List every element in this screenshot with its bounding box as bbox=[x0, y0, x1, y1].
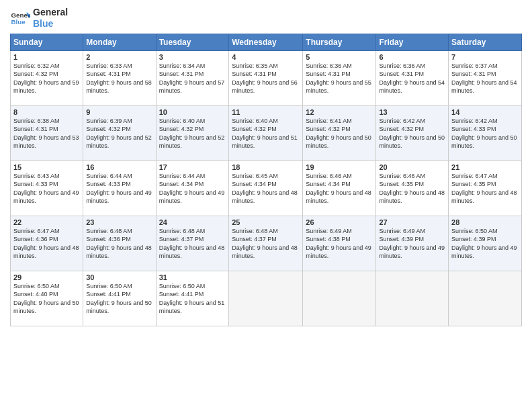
day-number: 27 bbox=[379, 218, 445, 226]
day-number: 12 bbox=[306, 108, 373, 116]
day-number: 8 bbox=[13, 108, 80, 116]
day-info: Sunrise: 6:42 AMSunset: 4:32 PMDaylight:… bbox=[379, 117, 445, 150]
day-number: 22 bbox=[13, 218, 80, 226]
day-number: 15 bbox=[13, 163, 80, 171]
day-number: 5 bbox=[306, 53, 373, 61]
calendar-cell: 27Sunrise: 6:49 AMSunset: 4:39 PMDayligh… bbox=[376, 216, 449, 271]
svg-text:Blue: Blue bbox=[11, 18, 26, 26]
day-info: Sunrise: 6:44 AMSunset: 4:33 PMDaylight:… bbox=[86, 172, 152, 205]
weekday-header-sunday: Sunday bbox=[11, 34, 83, 50]
calendar-cell: 31Sunrise: 6:50 AMSunset: 4:41 PMDayligh… bbox=[156, 271, 229, 326]
day-info: Sunrise: 6:46 AMSunset: 4:35 PMDaylight:… bbox=[379, 172, 445, 205]
day-info: Sunrise: 6:37 AMSunset: 4:31 PMDaylight:… bbox=[451, 62, 519, 95]
weekday-header-thursday: Thursday bbox=[303, 34, 376, 50]
day-info: Sunrise: 6:43 AMSunset: 4:33 PMDaylight:… bbox=[13, 172, 80, 205]
day-number: 16 bbox=[86, 163, 152, 171]
header: General Blue General Blue bbox=[10, 7, 522, 30]
day-info: Sunrise: 6:34 AMSunset: 4:31 PMDaylight:… bbox=[159, 62, 226, 95]
day-info: Sunrise: 6:44 AMSunset: 4:34 PMDaylight:… bbox=[159, 172, 226, 205]
day-number: 13 bbox=[379, 108, 445, 116]
calendar-week-1: 1Sunrise: 6:32 AMSunset: 4:32 PMDaylight… bbox=[11, 50, 522, 105]
day-number: 18 bbox=[232, 163, 300, 171]
day-info: Sunrise: 6:48 AMSunset: 4:37 PMDaylight:… bbox=[232, 227, 300, 261]
weekday-header-saturday: Saturday bbox=[449, 34, 522, 50]
weekday-header-row: SundayMondayTuesdayWednesdayThursdayFrid… bbox=[11, 34, 522, 50]
day-number: 1 bbox=[13, 53, 80, 61]
day-number: 24 bbox=[159, 218, 226, 226]
weekday-header-monday: Monday bbox=[83, 34, 156, 50]
calendar-cell: 17Sunrise: 6:44 AMSunset: 4:34 PMDayligh… bbox=[156, 161, 229, 216]
day-number: 17 bbox=[159, 163, 226, 171]
day-number: 23 bbox=[86, 218, 152, 226]
logo-icon: General Blue bbox=[10, 8, 30, 28]
calendar-cell: 24Sunrise: 6:48 AMSunset: 4:37 PMDayligh… bbox=[156, 216, 229, 271]
weekday-header-friday: Friday bbox=[376, 34, 449, 50]
page: General Blue General Blue SundayMondayTu… bbox=[0, 0, 532, 411]
calendar-cell: 11Sunrise: 6:40 AMSunset: 4:32 PMDayligh… bbox=[229, 105, 303, 161]
weekday-header-wednesday: Wednesday bbox=[229, 34, 303, 50]
day-info: Sunrise: 6:49 AMSunset: 4:39 PMDaylight:… bbox=[379, 227, 445, 261]
day-number: 3 bbox=[159, 53, 226, 61]
calendar-cell: 1Sunrise: 6:32 AMSunset: 4:32 PMDaylight… bbox=[11, 50, 83, 105]
calendar-cell: 23Sunrise: 6:48 AMSunset: 4:36 PMDayligh… bbox=[83, 216, 156, 271]
calendar-week-5: 29Sunrise: 6:50 AMSunset: 4:40 PMDayligh… bbox=[11, 271, 522, 326]
day-number: 20 bbox=[379, 163, 445, 171]
calendar-cell: 6Sunrise: 6:36 AMSunset: 4:31 PMDaylight… bbox=[376, 50, 449, 105]
day-number: 21 bbox=[451, 163, 519, 171]
day-number: 29 bbox=[13, 273, 80, 281]
day-info: Sunrise: 6:47 AMSunset: 4:35 PMDaylight:… bbox=[451, 172, 519, 205]
day-number: 11 bbox=[232, 108, 300, 116]
day-number: 6 bbox=[379, 53, 445, 61]
calendar-cell: 18Sunrise: 6:45 AMSunset: 4:34 PMDayligh… bbox=[229, 161, 303, 216]
day-info: Sunrise: 6:48 AMSunset: 4:36 PMDaylight:… bbox=[86, 227, 152, 261]
day-info: Sunrise: 6:50 AMSunset: 4:39 PMDaylight:… bbox=[451, 227, 519, 261]
day-number: 25 bbox=[232, 218, 300, 226]
calendar-cell: 21Sunrise: 6:47 AMSunset: 4:35 PMDayligh… bbox=[449, 161, 522, 216]
calendar-cell: 9Sunrise: 6:39 AMSunset: 4:32 PMDaylight… bbox=[83, 105, 156, 161]
day-info: Sunrise: 6:49 AMSunset: 4:38 PMDaylight:… bbox=[306, 227, 373, 261]
calendar-cell: 4Sunrise: 6:35 AMSunset: 4:31 PMDaylight… bbox=[229, 50, 303, 105]
calendar-cell: 30Sunrise: 6:50 AMSunset: 4:41 PMDayligh… bbox=[83, 271, 156, 326]
calendar-cell bbox=[229, 271, 303, 326]
calendar-cell: 19Sunrise: 6:46 AMSunset: 4:34 PMDayligh… bbox=[303, 161, 376, 216]
calendar-cell: 15Sunrise: 6:43 AMSunset: 4:33 PMDayligh… bbox=[11, 161, 83, 216]
day-number: 9 bbox=[86, 108, 152, 116]
day-info: Sunrise: 6:50 AMSunset: 4:41 PMDaylight:… bbox=[86, 282, 152, 316]
day-number: 28 bbox=[451, 218, 519, 226]
day-info: Sunrise: 6:47 AMSunset: 4:36 PMDaylight:… bbox=[13, 227, 80, 261]
calendar-week-3: 15Sunrise: 6:43 AMSunset: 4:33 PMDayligh… bbox=[11, 161, 522, 216]
day-info: Sunrise: 6:45 AMSunset: 4:34 PMDaylight:… bbox=[232, 172, 300, 205]
calendar-cell: 22Sunrise: 6:47 AMSunset: 4:36 PMDayligh… bbox=[11, 216, 83, 271]
calendar-cell: 10Sunrise: 6:40 AMSunset: 4:32 PMDayligh… bbox=[156, 105, 229, 161]
day-info: Sunrise: 6:33 AMSunset: 4:31 PMDaylight:… bbox=[86, 62, 152, 95]
calendar-week-4: 22Sunrise: 6:47 AMSunset: 4:36 PMDayligh… bbox=[11, 216, 522, 271]
day-info: Sunrise: 6:46 AMSunset: 4:34 PMDaylight:… bbox=[306, 172, 373, 205]
calendar-cell: 28Sunrise: 6:50 AMSunset: 4:39 PMDayligh… bbox=[449, 216, 522, 271]
day-info: Sunrise: 6:48 AMSunset: 4:37 PMDaylight:… bbox=[159, 227, 226, 261]
day-number: 19 bbox=[306, 163, 373, 171]
day-number: 30 bbox=[86, 273, 152, 281]
weekday-header-tuesday: Tuesday bbox=[156, 34, 229, 50]
day-number: 7 bbox=[451, 53, 519, 61]
logo-text: General Blue bbox=[33, 7, 68, 30]
calendar-cell: 12Sunrise: 6:41 AMSunset: 4:32 PMDayligh… bbox=[303, 105, 376, 161]
calendar-cell: 3Sunrise: 6:34 AMSunset: 4:31 PMDaylight… bbox=[156, 50, 229, 105]
day-number: 4 bbox=[232, 53, 300, 61]
calendar-cell: 7Sunrise: 6:37 AMSunset: 4:31 PMDaylight… bbox=[449, 50, 522, 105]
day-info: Sunrise: 6:35 AMSunset: 4:31 PMDaylight:… bbox=[232, 62, 300, 95]
calendar-cell: 8Sunrise: 6:38 AMSunset: 4:31 PMDaylight… bbox=[11, 105, 83, 161]
calendar-cell: 25Sunrise: 6:48 AMSunset: 4:37 PMDayligh… bbox=[229, 216, 303, 271]
day-info: Sunrise: 6:41 AMSunset: 4:32 PMDaylight:… bbox=[306, 117, 373, 150]
calendar-cell: 13Sunrise: 6:42 AMSunset: 4:32 PMDayligh… bbox=[376, 105, 449, 161]
calendar-cell: 5Sunrise: 6:36 AMSunset: 4:31 PMDaylight… bbox=[303, 50, 376, 105]
day-info: Sunrise: 6:40 AMSunset: 4:32 PMDaylight:… bbox=[232, 117, 300, 150]
calendar-week-2: 8Sunrise: 6:38 AMSunset: 4:31 PMDaylight… bbox=[11, 105, 522, 161]
calendar-cell: 20Sunrise: 6:46 AMSunset: 4:35 PMDayligh… bbox=[376, 161, 449, 216]
calendar-cell bbox=[449, 271, 522, 326]
logo: General Blue General Blue bbox=[10, 7, 68, 30]
calendar-cell bbox=[303, 271, 376, 326]
calendar-cell bbox=[376, 271, 449, 326]
calendar-cell: 2Sunrise: 6:33 AMSunset: 4:31 PMDaylight… bbox=[83, 50, 156, 105]
calendar-cell: 16Sunrise: 6:44 AMSunset: 4:33 PMDayligh… bbox=[83, 161, 156, 216]
calendar-cell: 29Sunrise: 6:50 AMSunset: 4:40 PMDayligh… bbox=[11, 271, 83, 326]
